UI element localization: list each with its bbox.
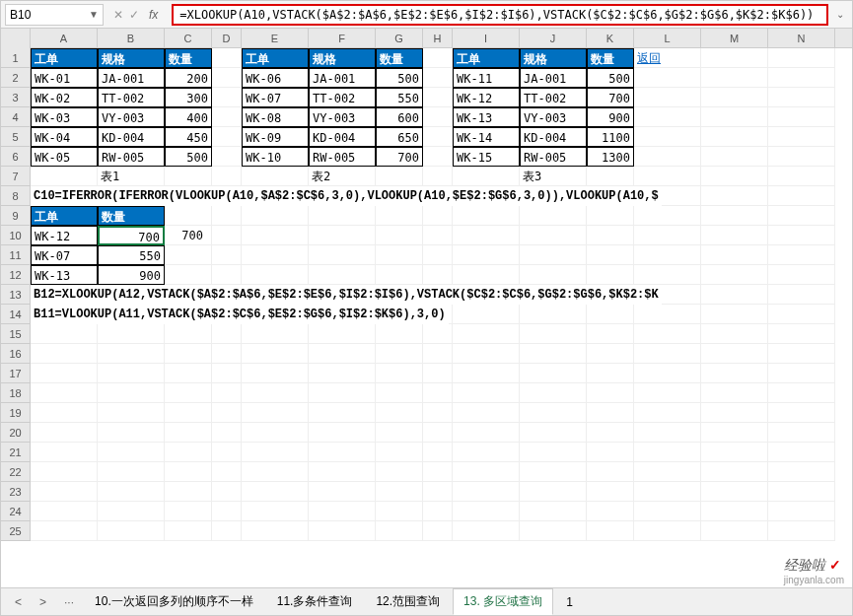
cell-J16[interactable] [520,344,587,364]
cell-D15[interactable] [212,324,242,344]
cell-N6[interactable] [768,147,835,167]
cell-J4[interactable]: VY-003 [520,107,587,127]
cell-F4[interactable]: VY-003 [309,107,376,127]
cell-E25[interactable] [242,521,309,541]
formula-expand-icon[interactable]: ⌄ [832,9,848,20]
name-box-dropdown-icon[interactable]: ▼ [89,9,99,20]
cell-G4[interactable]: 600 [376,107,423,127]
cell-H17[interactable] [423,364,453,383]
cell-E10[interactable] [242,226,309,245]
cell-B10[interactable]: 700 [98,226,165,245]
cell-L23[interactable] [634,482,701,502]
cell-I18[interactable] [453,383,520,403]
cell-J6[interactable]: RW-005 [520,147,587,167]
cell-C15[interactable] [165,324,212,344]
row-header-18[interactable]: 18 [1,383,31,403]
cell-E18[interactable] [242,383,309,403]
cell-D1[interactable] [212,48,242,68]
cell-E19[interactable] [242,403,309,423]
cell-F20[interactable] [309,423,376,443]
cell-E6[interactable]: WK-10 [242,147,309,167]
cell-K20[interactable] [587,423,634,443]
cell-I24[interactable] [453,502,520,521]
cell-J21[interactable] [520,443,587,462]
cell-I1[interactable]: 工单 [453,48,520,68]
cell-M7[interactable] [701,167,768,186]
cell-G16[interactable] [376,344,423,364]
cell-A6[interactable]: WK-05 [31,147,98,167]
cell-E23[interactable] [242,482,309,502]
cell-C20[interactable] [165,423,212,443]
cell-D12[interactable] [212,265,242,285]
cell-D21[interactable] [212,443,242,462]
cell-H19[interactable] [423,403,453,423]
cell-J2[interactable]: JA-001 [520,68,587,88]
row-header-6[interactable]: 6 [1,147,31,167]
cell-E22[interactable] [242,462,309,482]
cell-G3[interactable]: 550 [376,88,423,107]
cell-K21[interactable] [587,443,634,462]
cell-E16[interactable] [242,344,309,364]
row-header-8[interactable]: 8 [1,186,31,206]
cell-B15[interactable] [98,324,165,344]
col-header-N[interactable]: N [768,29,835,48]
tab-next-button[interactable]: > [32,591,54,613]
cancel-icon[interactable]: ✕ [113,8,123,22]
cell-C21[interactable] [165,443,212,462]
cell-J18[interactable] [520,383,587,403]
cell-F5[interactable]: KD-004 [309,127,376,147]
cell-M4[interactable] [701,107,768,127]
cell-B17[interactable] [98,364,165,383]
cell-J22[interactable] [520,462,587,482]
cell-C9[interactable] [165,206,212,226]
cell-H20[interactable] [423,423,453,443]
cell-B7[interactable]: 表1 [98,167,165,186]
cell-M6[interactable] [701,147,768,167]
cell-L14[interactable] [634,305,701,324]
col-header-H[interactable]: H [423,29,453,48]
cell-M3[interactable] [701,88,768,107]
cell-K12[interactable] [587,265,634,285]
cell-N1[interactable] [768,48,835,68]
name-box[interactable]: B10 ▼ [5,4,104,26]
cell-D25[interactable] [212,521,242,541]
cell-L12[interactable] [634,265,701,285]
cell-L9[interactable] [634,206,701,226]
cell-G15[interactable] [376,324,423,344]
cell-H10[interactable] [423,226,453,245]
cell-K6[interactable]: 1300 [587,147,634,167]
cell-D23[interactable] [212,482,242,502]
cell-L15[interactable] [634,324,701,344]
cell-K18[interactable] [587,383,634,403]
cell-D3[interactable] [212,88,242,107]
cell-C5[interactable]: 450 [165,127,212,147]
cell-J17[interactable] [520,364,587,383]
cell-F16[interactable] [309,344,376,364]
cell-C19[interactable] [165,403,212,423]
cell-A5[interactable]: WK-04 [31,127,98,147]
cell-M2[interactable] [701,68,768,88]
cell-M14[interactable] [701,305,768,324]
cell-D19[interactable] [212,403,242,423]
cell-M8[interactable] [701,186,768,206]
cell-I10[interactable] [453,226,520,245]
cell-K25[interactable] [587,521,634,541]
cell-G1[interactable]: 数量 [376,48,423,68]
cell-G20[interactable] [376,423,423,443]
cell-A17[interactable] [31,364,98,383]
cell-H22[interactable] [423,462,453,482]
cell-F15[interactable] [309,324,376,344]
cell-M1[interactable] [701,48,768,68]
cell-K3[interactable]: 700 [587,88,634,107]
cell-B19[interactable] [98,403,165,423]
cell-H15[interactable] [423,324,453,344]
cell-K4[interactable]: 900 [587,107,634,127]
cell-I6[interactable]: WK-15 [453,147,520,167]
col-header-D[interactable]: D [212,29,242,48]
cell-J9[interactable] [520,206,587,226]
cell-N23[interactable] [768,482,835,502]
cell-N13[interactable] [768,285,835,305]
row-header-13[interactable]: 13 [1,285,31,305]
tab-more-button[interactable]: ··· [56,591,82,613]
cell-H3[interactable] [423,88,453,107]
